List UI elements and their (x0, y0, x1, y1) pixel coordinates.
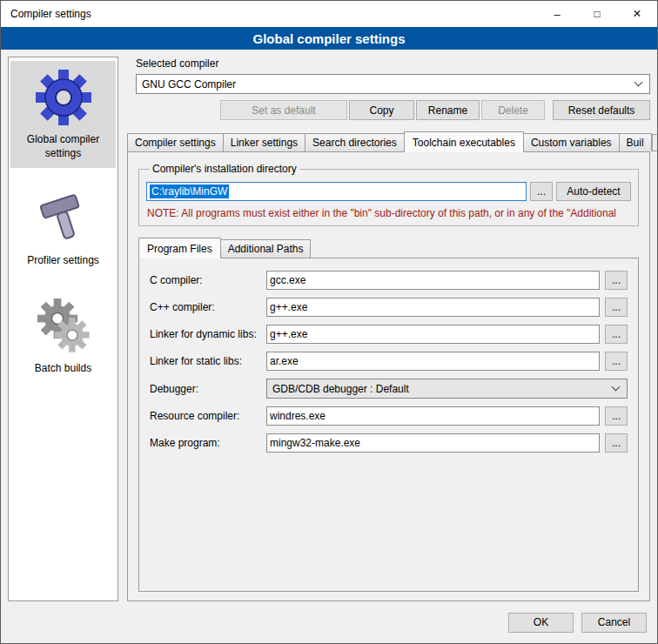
field-row: Make program: mingw32-make.exe ... (150, 433, 628, 453)
static-linker-value: ar.exe (270, 355, 299, 367)
field-row: Resource compiler: windres.exe ... (150, 406, 628, 426)
minimize-button[interactable]: – (537, 1, 577, 27)
cpp-compiler-input[interactable]: g++.exe (266, 298, 600, 317)
close-button[interactable]: × (617, 1, 657, 27)
make-program-label: Make program: (150, 437, 261, 449)
static-linker-browse-button[interactable]: ... (605, 352, 628, 371)
auto-detect-button[interactable]: Auto-detect (556, 182, 631, 201)
selected-compiler-dropdown[interactable]: GNU GCC Compiler (136, 74, 650, 94)
installation-directory-group: Compiler's installation directory C:\ray… (138, 163, 639, 226)
tab-compiler-settings[interactable]: Compiler settings (127, 133, 224, 151)
delete-button[interactable]: Delete (481, 100, 545, 120)
debugger-label: Debugger: (150, 383, 261, 395)
ok-button[interactable]: OK (508, 613, 574, 633)
titlebar[interactable]: Compiler settings – □ × (1, 1, 657, 27)
install-dir-browse-button[interactable]: ... (530, 182, 553, 201)
tab-scroll-left-button[interactable]: ◄ (652, 134, 658, 151)
tab-scrollers: ◄ ► (651, 134, 658, 151)
make-program-input[interactable]: mingw32-make.exe (266, 433, 600, 453)
field-row: C compiler: gcc.exe ... (150, 271, 628, 290)
sidebar: Global compiler settings Profiler settin… (8, 57, 118, 601)
tab-program-files[interactable]: Program Files (138, 238, 221, 258)
blue-gear-icon (36, 70, 91, 125)
settings-tab-strip: Compiler settings Linker settings Search… (127, 131, 650, 151)
dynamic-linker-browse-button[interactable]: ... (605, 325, 628, 344)
dynamic-linker-input[interactable]: g++.exe (266, 325, 600, 344)
dialog-footer: OK Cancel (1, 608, 657, 643)
debugger-value: GDB/CDB debugger : Default (272, 383, 613, 395)
chevron-down-icon (634, 78, 643, 87)
debugger-select[interactable]: GDB/CDB debugger : Default (266, 379, 628, 399)
tab-linker-settings[interactable]: Linker settings (223, 133, 306, 151)
maximize-icon: □ (594, 8, 600, 20)
resource-compiler-input[interactable]: windres.exe (266, 406, 600, 426)
field-row: C++ compiler: g++.exe ... (150, 298, 628, 317)
toolchain-executables-panel: Compiler's installation directory C:\ray… (127, 151, 650, 601)
c-compiler-label: C compiler: (150, 274, 261, 286)
close-icon: × (633, 6, 641, 22)
compiler-settings-window: Compiler settings – □ × Global compiler … (0, 0, 658, 644)
paths-tab-strip: Program Files Additional Paths (138, 238, 641, 258)
resource-compiler-label: Resource compiler: (150, 410, 261, 422)
note-text: NOTE: All programs must exist either in … (147, 207, 630, 219)
window-controls: – □ × (537, 1, 657, 27)
cpp-compiler-value: g++.exe (270, 301, 307, 313)
static-linker-input[interactable]: ar.exe (266, 352, 600, 371)
set-as-default-button[interactable]: Set as default (220, 100, 347, 120)
c-compiler-browse-button[interactable]: ... (605, 271, 628, 290)
window-title: Compiler settings (1, 8, 91, 20)
install-dir-input[interactable]: C:\raylib\MinGW (146, 182, 527, 201)
dialog-header: Global compiler settings (1, 27, 657, 50)
c-compiler-value: gcc.exe (270, 274, 306, 286)
chevron-down-icon (612, 383, 621, 392)
tab-additional-paths[interactable]: Additional Paths (220, 239, 312, 258)
tab-search-directories[interactable]: Search directories (305, 133, 405, 151)
compiler-actions: Set as default Copy Rename Delete Reset … (136, 100, 650, 120)
program-files-panel: C compiler: gcc.exe ... C++ compiler: g+… (138, 258, 639, 592)
install-dir-value: C:\raylib\MinGW (150, 184, 229, 198)
dynamic-linker-value: g++.exe (270, 328, 307, 340)
selected-compiler-value: GNU GCC Compiler (142, 78, 635, 91)
dynamic-linker-label: Linker for dynamic libs: (150, 328, 261, 340)
sidebar-item-label: Profiler settings (12, 254, 114, 268)
sidebar-item-label: Global compiler settings (12, 133, 114, 160)
field-row: Debugger: GDB/CDB debugger : Default (150, 379, 628, 399)
profiler-icon (36, 191, 91, 246)
reset-defaults-button[interactable]: Reset defaults (553, 100, 650, 120)
installation-directory-legend: Compiler's installation directory (150, 163, 299, 175)
selected-compiler-label: Selected compiler (136, 57, 650, 70)
copy-button[interactable]: Copy (349, 100, 414, 120)
cpp-compiler-browse-button[interactable]: ... (605, 298, 628, 317)
sidebar-item-global-compiler-settings[interactable]: Global compiler settings (10, 61, 116, 168)
rename-button[interactable]: Rename (416, 100, 480, 120)
field-row: Linker for dynamic libs: g++.exe ... (150, 325, 628, 344)
field-row: Linker for static libs: ar.exe ... (150, 352, 628, 371)
make-program-browse-button[interactable]: ... (605, 433, 628, 453)
cpp-compiler-label: C++ compiler: (150, 301, 261, 313)
dialog-header-title: Global compiler settings (252, 31, 405, 46)
resource-compiler-value: windres.exe (270, 410, 326, 422)
gray-gears-icon (36, 299, 91, 354)
sidebar-item-label: Batch builds (12, 362, 114, 376)
tab-toolchain-executables[interactable]: Toolchain executables (404, 131, 524, 152)
c-compiler-input[interactable]: gcc.exe (266, 271, 600, 290)
sidebar-item-batch-builds[interactable]: Batch builds (10, 290, 116, 384)
maximize-button[interactable]: □ (577, 1, 617, 27)
tab-build-options[interactable]: Buil (619, 133, 652, 151)
static-linker-label: Linker for static libs: (150, 355, 261, 367)
make-program-value: mingw32-make.exe (270, 437, 360, 449)
minimize-icon: – (554, 8, 560, 21)
cancel-button[interactable]: Cancel (581, 613, 647, 633)
tab-custom-variables[interactable]: Custom variables (523, 133, 620, 151)
sidebar-item-profiler-settings[interactable]: Profiler settings (10, 182, 116, 276)
resource-compiler-browse-button[interactable]: ... (605, 406, 628, 426)
